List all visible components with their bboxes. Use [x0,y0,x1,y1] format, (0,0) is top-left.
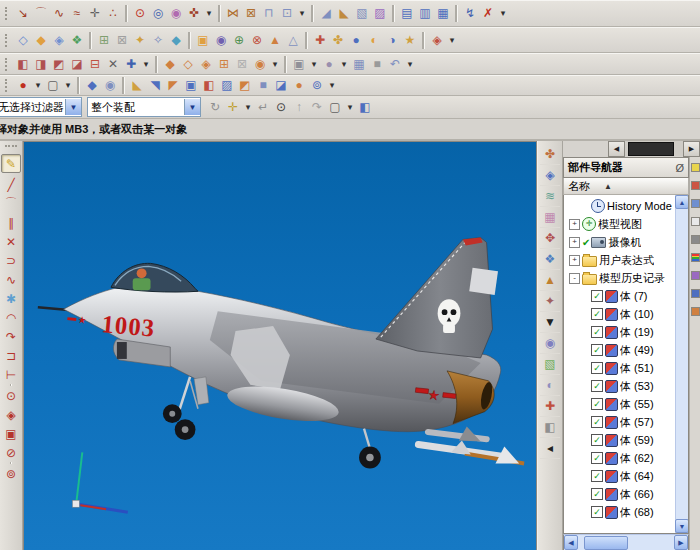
toolbar-icon[interactable]: ★ [401,32,419,49]
toolbar-grip[interactable] [5,7,10,20]
toolbar-horizontal-scrollbar[interactable]: ◀ ▶ [608,141,700,156]
toolbar-icon[interactable]: ◤ [164,77,182,94]
toolbar-icon[interactable]: ✎ [1,154,21,173]
tree-node[interactable]: ✓体 (59) [565,431,675,449]
toolbar-icon[interactable]: ▨ [218,77,236,94]
tree-node[interactable]: ✓体 (62) [565,449,675,467]
tree-column-header[interactable]: 名称 ▲ [563,178,689,195]
part-navigator-tree[interactable]: History Mode+✛模型视图+✔摄像机+用户表达式-模型历史记录✓体 (… [563,195,689,534]
tree-node[interactable]: ✓体 (57) [565,413,675,431]
toolbar-icon[interactable]: ↯ [461,5,479,22]
resource-tab-icon[interactable] [691,217,700,226]
toolbar-icon[interactable]: ● [320,56,338,73]
toolbar-icon[interactable]: ▣ [194,32,212,49]
toolbar-icon[interactable]: ◉ [101,77,119,94]
toolbar-icon[interactable]: ▣ [290,56,308,73]
toolbar-icon[interactable]: ⊟ [86,56,104,73]
toolbar-icon[interactable]: ✥ [540,228,560,249]
toolbar-icon[interactable]: ✛ [86,5,104,22]
toolbar-icon[interactable]: ◧ [200,77,218,94]
expand-icon[interactable]: + [569,219,580,230]
toolbar-icon[interactable]: ✚ [311,32,329,49]
chevron-down-icon[interactable]: ▼ [65,99,81,115]
toolbar-icon[interactable]: ∿ [50,5,68,22]
toolbar-icon[interactable]: ▣ [2,424,20,443]
toolbar-icon[interactable]: ≋ [540,186,560,207]
toolbar-icon[interactable]: ◈ [428,32,446,49]
toolbar-icon[interactable]: ✜ [185,5,203,22]
toolbar-icon[interactable]: ▾ [203,5,215,22]
scroll-down-button[interactable]: ▼ [675,519,689,533]
node-checkbox[interactable]: ✓ [591,398,603,410]
toolbar-icon[interactable]: ◥ [146,77,164,94]
toolbar-icon[interactable]: ◩ [50,56,68,73]
toolbar-icon[interactable]: ◧ [356,99,374,116]
toolbar-icon[interactable]: ▾ [497,5,509,22]
node-checkbox[interactable]: ✓ [591,506,603,518]
toolbar-icon[interactable]: ∴ [104,5,122,22]
node-checkbox[interactable]: ✓ [591,416,603,428]
node-checkbox[interactable]: ✓ [591,326,603,338]
toolbar-icon[interactable]: ● [347,32,365,49]
scroll-right-button[interactable]: ▶ [674,535,688,550]
toolbar-icon[interactable]: ↵ [254,99,272,116]
viewport-canvas[interactable]: 1003 ★ [24,142,536,550]
scrollbar-thumb[interactable] [584,536,628,550]
collapse-icon[interactable]: - [569,273,580,284]
toolbar-icon[interactable]: ⊕ [230,32,248,49]
toolbar-icon[interactable]: ⊠ [242,5,260,22]
tree-vertical-scrollbar[interactable]: ▲ ▼ [675,195,688,533]
resource-tab-icon[interactable] [691,307,700,316]
toolbar-icon[interactable]: ◈ [50,32,68,49]
toolbar-icon[interactable]: ▾ [326,77,338,94]
toolbar-icon[interactable]: ✧ [149,32,167,49]
toolbar-icon[interactable]: ╱ [2,175,20,194]
expand-icon[interactable]: + [569,237,580,248]
toolbar-icon[interactable]: ◆ [161,56,179,73]
toolbar-icon[interactable]: ◈ [540,165,560,186]
toolbar-icon[interactable]: ▤ [398,5,416,22]
toolbar-icon[interactable]: ▾ [296,5,308,22]
3d-viewport[interactable]: 1003 ★ [23,141,537,550]
toolbar-icon[interactable]: ⊢ [2,365,20,384]
toolbar-icon[interactable]: ◧ [14,56,32,73]
resource-tab-icon[interactable] [691,271,700,280]
toolbar-icon[interactable]: ◂ [540,438,560,459]
toolbar-icon[interactable]: ◣ [128,77,146,94]
toolbar-icon[interactable]: ◧ [540,417,560,438]
toolbar-icon[interactable]: ◐ [365,32,383,49]
node-checkbox[interactable]: ✓ [591,362,603,374]
toolbar-icon[interactable]: ◇ [179,56,197,73]
resource-tab-icon[interactable] [691,199,700,208]
tree-node[interactable]: ✓体 (55) [565,395,675,413]
tree-node[interactable]: History Mode [565,197,675,215]
toolbar-icon[interactable]: ✤ [329,32,347,49]
tree-node[interactable]: +✛模型视图 [565,215,675,233]
node-checkbox[interactable]: ✓ [591,380,603,392]
toolbar-icon[interactable]: ▾ [62,77,74,94]
toolbar-icon[interactable]: ◎ [149,5,167,22]
selection-filter-combo[interactable]: 无选择过滤器 ▼ [0,97,82,117]
tree-node[interactable]: +用户表达式 [565,251,675,269]
resource-tab-icon[interactable] [691,235,700,244]
toolbar-icon[interactable]: ∿ [2,270,20,289]
toolbar-icon[interactable]: ◪ [272,77,290,94]
resource-tab-icon[interactable] [691,181,700,190]
toolbar-icon[interactable]: ▾ [269,56,281,73]
toolbar-icon[interactable]: ✚ [122,56,140,73]
toolbar-icon[interactable]: ✛ [224,99,242,116]
toolbar-icon[interactable]: ⊘ [2,443,20,462]
toolbar-icon[interactable]: ▾ [446,32,458,49]
toolbar-icon[interactable]: ⊠ [233,56,251,73]
tree-node[interactable]: -模型历史记录 [565,269,675,287]
toolbar-icon[interactable]: ⌒ [2,194,20,213]
resource-tab-icon[interactable] [691,253,700,262]
toolbar-icon[interactable]: ↷ [2,327,20,346]
node-checkbox[interactable]: ✓ [591,290,603,302]
toolbar-icon[interactable]: ✗ [479,5,497,22]
tree-node[interactable]: ✓体 (19) [565,323,675,341]
toolbar-icon[interactable]: ❖ [540,249,560,270]
toolbar-icon[interactable]: ▧ [353,5,371,22]
sort-ascending-icon[interactable]: ▲ [604,182,612,191]
toolbar-grip[interactable] [5,145,17,151]
